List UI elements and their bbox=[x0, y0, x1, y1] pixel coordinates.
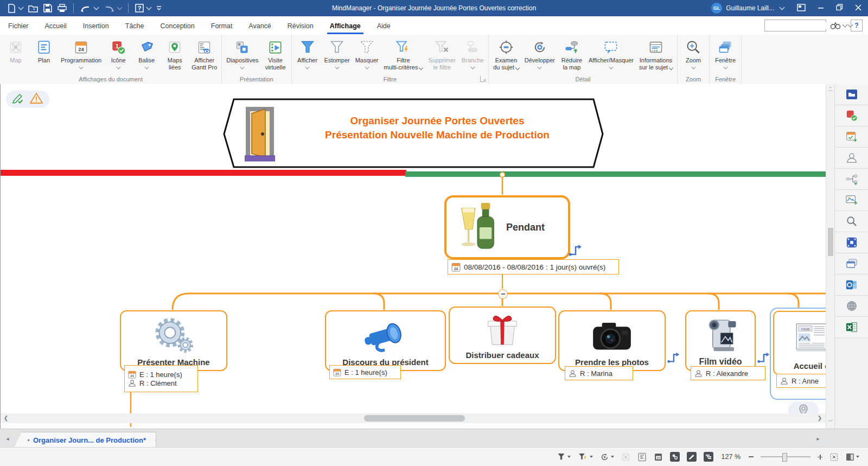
detail-photos[interactable]: R : Marina bbox=[565, 366, 633, 380]
ribbon-button-plan[interactable]: Plan bbox=[30, 36, 58, 65]
tab-conception[interactable]: Conception bbox=[152, 17, 203, 34]
undo-icon[interactable] bbox=[80, 4, 98, 12]
ribbon-button-fenetre[interactable]: Fenêtre bbox=[711, 36, 739, 69]
new-document-icon[interactable] bbox=[8, 4, 23, 13]
ribbon-button-visite-virtuelle[interactable]: Visite virtuelle bbox=[261, 36, 290, 72]
ribbon-button-developper[interactable]: Développer bbox=[522, 36, 558, 69]
horizontal-scrollbar[interactable]: ❮ ❯ bbox=[1, 413, 826, 423]
account-menu[interactable]: GL Guillaume Laill... bbox=[711, 3, 784, 14]
help-icon[interactable]: ? bbox=[135, 4, 151, 12]
topic-pendant[interactable]: Pendant bbox=[444, 195, 570, 259]
zoom-in-button[interactable] bbox=[818, 455, 822, 459]
tab-format[interactable]: Format bbox=[203, 17, 241, 34]
new-document-chevron-icon[interactable] bbox=[18, 5, 24, 10]
status-markers-button[interactable] bbox=[670, 452, 680, 462]
sidebar-button-capture[interactable] bbox=[835, 232, 868, 253]
detail-discours[interactable]: 24 E : 1 heure(s) bbox=[329, 365, 401, 379]
ribbon-button-maps-liees[interactable]: Maps liées bbox=[161, 36, 189, 72]
tab-aide[interactable]: Aide bbox=[369, 17, 399, 34]
panels-button[interactable] bbox=[846, 453, 859, 461]
document-tab[interactable]: Organiser Journ... de Production* bbox=[14, 432, 156, 448]
sidebar-button-images[interactable] bbox=[835, 190, 868, 211]
tab-fichier[interactable]: Fichier bbox=[0, 17, 37, 34]
status-schedule-view-button[interactable]: 24 bbox=[654, 452, 663, 462]
tab-insertion[interactable]: Insertion bbox=[75, 17, 117, 34]
search-box[interactable] bbox=[764, 20, 826, 31]
ribbon-button-diapositives[interactable]: Diapositives bbox=[224, 36, 261, 69]
collapse-toggle[interactable] bbox=[498, 289, 508, 299]
ribbon-button-afficher-gantt-pro[interactable]: Afficher Gantt Pro bbox=[189, 36, 220, 72]
close-button[interactable] bbox=[855, 4, 861, 12]
ribbon-button-reduire-la-map[interactable]: Réduire la map bbox=[558, 36, 586, 72]
topic-film-video[interactable]: Film vidéo bbox=[685, 310, 756, 371]
vertical-scrollbar-thumb[interactable] bbox=[828, 228, 833, 256]
relationship-icon[interactable] bbox=[757, 351, 770, 366]
zoom-slider-thumb[interactable] bbox=[782, 453, 787, 462]
sidebar-button-markers[interactable] bbox=[835, 105, 868, 126]
zoom-out-button[interactable] bbox=[749, 456, 754, 457]
print-icon[interactable] bbox=[58, 4, 67, 12]
scroll-left-icon[interactable]: ❮ bbox=[2, 415, 10, 421]
scroll-down-icon[interactable]: ﹀ bbox=[826, 418, 835, 425]
tab-affichage[interactable]: Affichage bbox=[322, 17, 369, 34]
redo-icon[interactable] bbox=[104, 4, 122, 12]
topic-discours-president[interactable]: Discours du président bbox=[325, 310, 446, 371]
tab-scroll-left-icon[interactable]: ◂ bbox=[3, 436, 12, 442]
ribbon-button-afficher-masquer[interactable]: Afficher/Masquer bbox=[586, 36, 636, 69]
ribbon-button-examen-du-sujet[interactable]: Examen du sujet bbox=[490, 36, 522, 72]
sidebar-button-search[interactable] bbox=[835, 211, 868, 232]
help-button[interactable]: ? bbox=[851, 20, 863, 31]
zoom-slider[interactable] bbox=[761, 456, 810, 457]
topic-accueil-selected[interactable]: TRIB Accueil d R : Anne bbox=[770, 308, 826, 400]
status-refresh-add-button[interactable] bbox=[600, 452, 614, 462]
ribbon-button-zoom[interactable]: Zoom bbox=[679, 36, 707, 69]
detail-presenter-machine[interactable]: 24 E : 1 heure(s) R : Clément bbox=[124, 365, 198, 392]
sidebar-button-excel[interactable] bbox=[835, 317, 868, 338]
topic-presenter-machine[interactable]: Présenter Machine bbox=[120, 310, 227, 371]
topic-prendre-photos[interactable]: Prendre les photos bbox=[558, 310, 666, 371]
relationship-icon[interactable] bbox=[568, 243, 582, 259]
sidebar-button-outlook[interactable] bbox=[835, 275, 868, 296]
sidebar-button-task-info[interactable] bbox=[835, 126, 868, 148]
status-pen-button[interactable] bbox=[687, 452, 697, 462]
status-filter-button[interactable] bbox=[557, 452, 571, 461]
fit-map-button[interactable] bbox=[829, 452, 839, 462]
map-canvas[interactable]: Organiser Journée Portes Ouvertes Présen… bbox=[0, 84, 826, 429]
undo-chevron-icon[interactable] bbox=[94, 5, 99, 10]
status-outline-view-button[interactable] bbox=[637, 452, 647, 462]
status-gantt-button[interactable] bbox=[704, 452, 713, 462]
restore-button[interactable] bbox=[836, 4, 843, 12]
ribbon-button-estomper[interactable]: Estomper bbox=[322, 36, 353, 69]
relationship-icon[interactable] bbox=[667, 351, 680, 366]
sidebar-button-web[interactable] bbox=[835, 296, 868, 317]
sidebar-button-windows[interactable] bbox=[835, 253, 868, 275]
window-layout-icon[interactable] bbox=[797, 4, 806, 13]
vertical-scrollbar[interactable]: ˇ​ ︿ ﹀ bbox=[826, 84, 835, 429]
close-tab-icon[interactable] bbox=[155, 437, 156, 443]
help-chevron-icon[interactable] bbox=[146, 5, 152, 10]
dialog-launcher-icon[interactable] bbox=[480, 76, 486, 82]
topic-accueil[interactable]: TRIB Accueil d bbox=[773, 311, 826, 375]
tab-tache[interactable]: Tâche bbox=[117, 17, 152, 34]
sidebar-button-map-parts[interactable] bbox=[835, 169, 868, 190]
ribbon-button-filtre-multi-criteres[interactable]: Filtre multi-critères bbox=[381, 36, 425, 72]
redo-chevron-icon[interactable] bbox=[117, 5, 123, 10]
find-binoculars-icon[interactable] bbox=[830, 21, 847, 30]
detail-accueil[interactable]: R : Anne bbox=[776, 374, 826, 388]
detail-film-video[interactable]: R : Alexandre bbox=[691, 366, 765, 380]
ribbon-button-icone[interactable]: 1 Icône bbox=[104, 36, 132, 69]
tab-accueil[interactable]: Accueil bbox=[37, 17, 75, 34]
ribbon-button-balise[interactable]: Balise bbox=[132, 36, 161, 69]
open-icon[interactable] bbox=[28, 4, 38, 12]
pendant-date-box[interactable]: 24 08/08/2016 - 08/08/2016 : 1 jour(s) o… bbox=[448, 259, 619, 275]
scroll-right-icon[interactable]: ❯ bbox=[815, 415, 824, 421]
tab-avance[interactable]: Avancé bbox=[240, 17, 279, 34]
sidebar-button-library[interactable] bbox=[835, 84, 868, 105]
ribbon-button-masquer[interactable]: Masquer bbox=[353, 36, 381, 69]
status-power-filter-button[interactable] bbox=[578, 452, 593, 461]
sidebar-button-resources[interactable] bbox=[835, 148, 868, 169]
horizontal-scrollbar-thumb[interactable] bbox=[364, 415, 465, 422]
ribbon-button-programmation[interactable]: 24 Programmation bbox=[58, 36, 104, 69]
ribbon-button-afficher[interactable]: Afficher bbox=[293, 36, 322, 69]
tab-revision[interactable]: Révision bbox=[279, 17, 322, 34]
